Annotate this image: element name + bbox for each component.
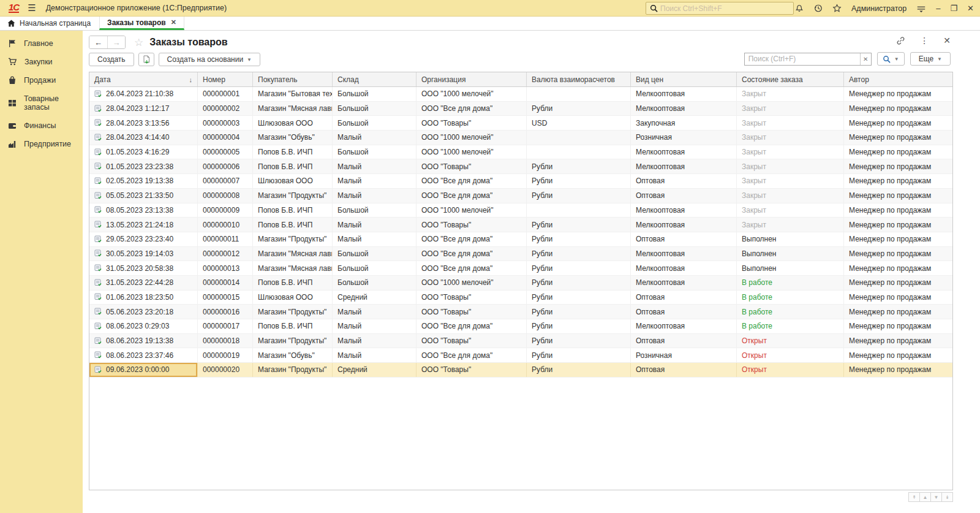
cell-customer[interactable]: Магазин "Мясная лавка" [253,102,333,116]
table-row[interactable]: 29.05.2023 23:23:40 000000011 Магазин "П… [89,232,952,247]
cell-currency[interactable]: USD [527,116,631,130]
cell-price-type[interactable]: Розничная [631,131,737,145]
cell-price-type[interactable]: Закупочная [631,116,737,130]
cell-warehouse[interactable]: Малый [333,218,417,232]
cell-currency[interactable]: Рубли [527,261,631,275]
cell-organization[interactable]: ООО "1000 мелочей" [417,276,527,290]
cell-order-state[interactable]: Закрыт [737,145,844,159]
cell-customer[interactable]: Шлюзовая ООО [253,116,333,130]
cell-date[interactable]: 08.05.2023 23:13:38 [89,203,198,218]
cell-warehouse[interactable]: Большой [333,102,417,116]
cell-price-type[interactable]: Мелкооптовая [631,218,737,232]
cell-date[interactable]: 31.05.2023 22:44:28 [89,276,198,290]
cell-organization[interactable]: ООО "Все для дома" [417,232,527,246]
table-row[interactable]: 26.04.2023 21:10:38 000000001 Магазин "Б… [89,87,952,102]
cell-number[interactable]: 000000010 [198,218,253,232]
cell-warehouse[interactable]: Большой [333,203,417,218]
table-row[interactable]: 28.04.2023 1:12:17 000000002 Магазин "Мя… [89,102,952,116]
cell-customer[interactable]: Попов Б.В. ИЧП [253,145,333,159]
cell-date[interactable]: 08.06.2023 0:29:03 [89,319,198,333]
cell-number[interactable]: 000000019 [198,348,253,362]
cell-organization[interactable]: ООО "Товары" [417,305,527,319]
cell-price-type[interactable]: Мелкооптовая [631,203,737,218]
table-row[interactable]: 28.04.2023 4:14:40 000000004 Магазин "Об… [89,131,952,145]
cell-warehouse[interactable]: Малый [333,131,417,145]
column-header-date[interactable]: Дата↓ [89,72,198,86]
cell-date[interactable]: 29.05.2023 23:23:40 [89,232,198,246]
cell-customer[interactable]: Магазин "Продукты" [253,232,333,246]
cell-currency[interactable]: Рубли [527,291,631,305]
cell-author[interactable]: Менеджер по продажам [844,116,952,130]
cell-number[interactable]: 000000001 [198,87,253,101]
cell-date[interactable]: 01.05.2023 4:16:29 [89,145,198,159]
cell-price-type[interactable]: Мелкооптовая [631,261,737,275]
cell-warehouse[interactable]: Малый [333,348,417,362]
cell-currency[interactable]: Рубли [527,189,631,203]
cell-date[interactable]: 08.06.2023 19:13:38 [89,334,198,348]
cell-order-state[interactable]: В работе [737,276,844,290]
cell-organization[interactable]: ООО "1000 мелочей" [417,87,527,101]
sidebar-item-enterprise[interactable]: Предприятие [0,135,83,153]
cell-currency[interactable] [527,203,631,218]
cell-warehouse[interactable]: Большой [333,87,417,101]
create-button[interactable]: Создать [89,53,134,66]
table-row[interactable]: 08.06.2023 0:29:03 000000017 Попов Б.В. … [89,319,952,334]
cell-number[interactable]: 000000003 [198,116,253,130]
cell-organization[interactable]: ООО "Товары" [417,159,527,173]
cell-author[interactable]: Менеджер по продажам [844,218,952,232]
cell-warehouse[interactable]: Малый [333,189,417,203]
get-link-icon[interactable] [896,36,905,45]
cell-author[interactable]: Менеджер по продажам [844,319,952,333]
table-row[interactable]: 05.06.2023 23:20:18 000000016 Магазин "П… [89,305,952,319]
cell-customer[interactable]: Магазин "Мясная лавка" [253,261,333,275]
list-search-input[interactable] [745,55,860,63]
cell-order-state[interactable]: Закрыт [737,87,844,101]
close-form-icon[interactable]: ✕ [943,36,951,45]
cell-organization[interactable]: ООО "Все для дома" [417,189,527,203]
table-row[interactable]: 31.05.2023 20:58:38 000000013 Магазин "М… [89,261,952,276]
cell-customer[interactable]: Попов Б.В. ИЧП [253,159,333,173]
sidebar-item-purchases[interactable]: Закупки [0,53,83,71]
cell-order-state[interactable]: Выполнен [737,261,844,275]
cell-organization[interactable]: ООО "1000 мелочей" [417,131,527,145]
cell-order-state[interactable]: Закрыт [737,159,844,173]
cell-number[interactable]: 000000006 [198,159,253,173]
cell-number[interactable]: 000000017 [198,319,253,333]
column-header-customer[interactable]: Покупатель [253,72,333,86]
cell-number[interactable]: 000000020 [198,363,253,377]
cell-order-state[interactable]: Закрыт [737,203,844,218]
cell-date[interactable]: 01.05.2023 23:23:38 [89,159,198,173]
cell-warehouse[interactable]: Малый [333,159,417,173]
cell-warehouse[interactable]: Малый [333,305,417,319]
cell-warehouse[interactable]: Большой [333,261,417,275]
cell-author[interactable]: Менеджер по продажам [844,291,952,305]
cell-number[interactable]: 000000016 [198,305,253,319]
cell-author[interactable]: Менеджер по продажам [844,189,952,203]
cell-warehouse[interactable]: Малый [333,334,417,348]
table-row[interactable]: 08.06.2023 19:13:38 000000018 Магазин "П… [89,334,952,349]
cell-number[interactable]: 000000009 [198,203,253,218]
cell-organization[interactable]: ООО "Все для дома" [417,261,527,275]
cell-customer[interactable]: Магазин "Бытовая тех... [253,87,333,101]
cell-number[interactable]: 000000002 [198,102,253,116]
cell-author[interactable]: Менеджер по продажам [844,232,952,246]
cell-price-type[interactable]: Оптовая [631,232,737,246]
global-search-input[interactable] [660,4,777,13]
table-row[interactable]: 05.05.2023 21:33:50 000000008 Магазин "П… [89,189,952,203]
close-window-button[interactable]: ✕ [967,4,974,12]
cell-customer[interactable]: Магазин "Продукты" [253,363,333,377]
column-header-price-type[interactable]: Вид цен [631,72,737,86]
cell-currency[interactable]: Рубли [527,363,631,377]
cell-organization[interactable]: ООО "Все для дома" [417,174,527,188]
cell-date[interactable]: 26.04.2023 21:10:38 [89,87,198,101]
cell-customer[interactable]: Магазин "Обувь" [253,348,333,362]
cell-customer[interactable]: Магазин "Продукты" [253,334,333,348]
cell-warehouse[interactable]: Большой [333,145,417,159]
cell-order-state[interactable]: Закрыт [737,218,844,232]
column-header-warehouse[interactable]: Склад [333,72,417,86]
scroll-down-icon[interactable]: ▼ [930,492,942,502]
cell-organization[interactable]: ООО "1000 мелочей" [417,203,527,218]
cell-price-type[interactable]: Оптовая [631,189,737,203]
cell-number[interactable]: 000000018 [198,334,253,348]
cell-order-state[interactable]: В работе [737,305,844,319]
